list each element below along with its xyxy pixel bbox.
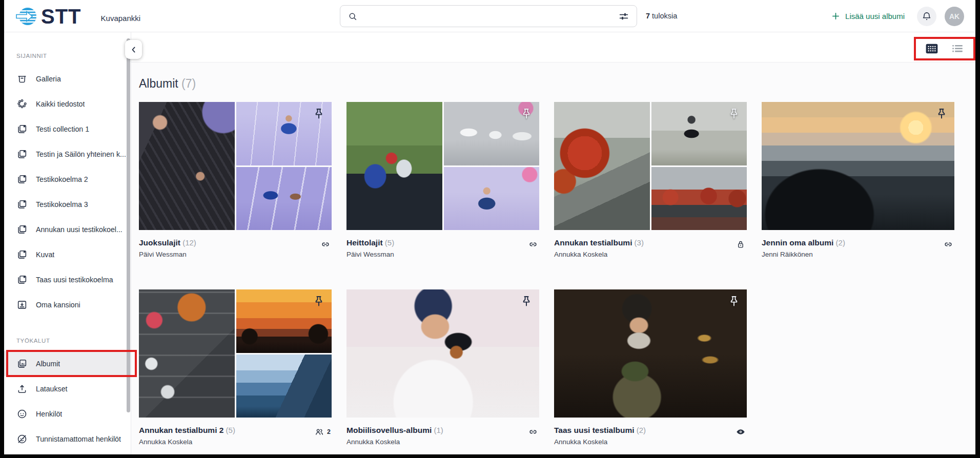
album-cover xyxy=(139,102,332,230)
album-card-annukan-testialbumi-2[interactable]: Annukan testialbumi 2 (5) Annukka Koskel… xyxy=(139,289,332,454)
sidebar-item-henkilöt[interactable]: Henkilöt xyxy=(4,401,131,426)
sidebar-item-label: Kaikki tiedostot xyxy=(36,100,85,108)
album-author: Jenni Räikkönen xyxy=(762,251,845,258)
sidebar-item-testin-ja-säilön-yhteinen-k[interactable]: Testin ja Säilön yhteinen k... xyxy=(4,141,131,166)
add-album-button[interactable]: Lisää uusi albumi xyxy=(831,11,905,21)
album-badge-count: 2 xyxy=(327,428,331,435)
album-cover xyxy=(346,289,539,418)
album-card-mobiilisovellus-albumi[interactable]: Mobiilisovellus-albumi (1) Annukka Koske… xyxy=(346,289,539,454)
album-photo-throw-seated xyxy=(444,167,540,231)
brand[interactable]: STT Kuvapankki xyxy=(15,0,140,32)
album-title: Annukan testialbumi (3) xyxy=(554,238,644,247)
search-icon xyxy=(348,11,358,22)
album-photo-red-houses xyxy=(651,167,747,231)
album-card-jennin-oma-albumi[interactable]: Jennin oma albumi (2) Jenni Räikkönen xyxy=(762,102,954,289)
album-badge xyxy=(528,426,539,437)
sidebar-item-label: Albumit xyxy=(36,360,60,368)
grid-view-button[interactable] xyxy=(924,42,940,55)
sidebar-item-label: Lataukset xyxy=(36,385,68,393)
inbox-icon xyxy=(16,299,28,310)
list-view-button[interactable] xyxy=(950,42,965,55)
sidebar-item-label: Taas uusi testikokoelma xyxy=(36,276,113,284)
sidebar-item-label: Galleria xyxy=(36,75,61,83)
notifications-button[interactable] xyxy=(917,7,936,26)
album-caption: Juoksulajit (12) Päivi Wessman xyxy=(139,230,332,289)
sidebar-collapse-button[interactable] xyxy=(125,40,142,59)
plus-icon xyxy=(831,11,841,21)
sidebar-item-oma-kansioni[interactable]: Oma kansioni xyxy=(4,292,131,317)
list-view-icon xyxy=(950,42,965,55)
album-card-annukan-testialbumi[interactable]: Annukan testialbumi (3) Annukka Koskela xyxy=(554,102,747,289)
avatar[interactable]: AK xyxy=(945,7,964,26)
face-icon xyxy=(16,408,28,420)
results-number: 7 xyxy=(646,12,650,20)
collection-icon xyxy=(16,199,28,210)
album-card-heittolajit[interactable]: Heittolajit (5) Päivi Wessman xyxy=(346,102,539,289)
album-title: Annukan testialbumi 2 (5) xyxy=(139,426,235,435)
album-caption: Heittolajit (5) Päivi Wessman xyxy=(346,230,539,289)
app-header: STT Kuvapankki 7tuloksia Lisää uusi albu… xyxy=(4,0,975,32)
cluster-icon xyxy=(16,98,28,110)
filter-sliders-icon xyxy=(618,11,629,22)
header-actions: Lisää uusi albumi AK xyxy=(831,0,964,32)
upload-icon xyxy=(16,383,28,394)
pin-icon xyxy=(727,107,741,122)
sidebar-item-albumit[interactable]: Albumit xyxy=(4,351,131,376)
sidebar-section: TYÖKALUT Albumit Lataukset Henkilöt Tunn… xyxy=(4,317,131,451)
sidebar-item-annukan-uusi-testikokoel[interactable]: Annukan uusi testikokoel... xyxy=(4,217,131,242)
sidebar-scrollbar[interactable] xyxy=(127,38,130,412)
album-badge xyxy=(736,238,747,249)
albums-page: Albumit (7) Juoksulajit (12) Päivi Wessm… xyxy=(131,63,975,454)
link-icon xyxy=(943,239,953,249)
album-badge xyxy=(528,238,539,249)
sidebar-item-galleria[interactable]: Galleria xyxy=(4,66,131,91)
sidebar-section-list: Albumit Lataukset Henkilöt Tunnistamatto… xyxy=(4,351,131,451)
album-cover xyxy=(139,289,332,418)
album-card-taas-uusi-testialbumi[interactable]: Taas uusi testialbumi (2) Annukka Koskel… xyxy=(554,289,747,454)
album-author: Annukka Koskela xyxy=(554,251,644,258)
sidebar-item-label: Testin ja Säilön yhteinen k... xyxy=(36,150,126,158)
sidebar-item-lataukset[interactable]: Lataukset xyxy=(4,376,131,401)
album-cover xyxy=(346,102,539,230)
collection-icon xyxy=(16,174,28,185)
sidebar-item-kaikki-tiedostot[interactable]: Kaikki tiedostot xyxy=(4,91,131,116)
pin-icon xyxy=(520,295,533,310)
sidebar-item-testikokoelma-2[interactable]: Testikokoelma 2 xyxy=(4,166,131,192)
search-bar[interactable] xyxy=(340,5,637,27)
collection-icon xyxy=(16,224,28,235)
album-cover xyxy=(554,102,747,230)
album-caption: Taas uusi testialbumi (2) Annukka Koskel… xyxy=(554,418,747,454)
sidebar-item-testi-collection-1[interactable]: Testi collection 1 xyxy=(4,116,131,141)
sidebar-item-label: Annukan uusi testikokoel... xyxy=(36,225,122,234)
add-album-label: Lisää uusi albumi xyxy=(845,12,905,20)
search-input[interactable] xyxy=(358,6,616,27)
page-title: Albumit (7) xyxy=(139,77,975,91)
sidebar-item-tunnistamattomat-henkilöt[interactable]: Tunnistamattomat henkilöt xyxy=(4,426,131,451)
app-window: STT Kuvapankki 7tuloksia Lisää uusi albu… xyxy=(0,0,980,458)
pin-icon xyxy=(312,295,325,310)
logo-text: STT xyxy=(41,6,81,27)
album-cover xyxy=(762,102,954,230)
album-badge xyxy=(320,238,332,249)
stt-logo-icon xyxy=(15,5,38,28)
link-icon xyxy=(528,239,538,249)
filter-button[interactable] xyxy=(616,9,631,24)
collection-icon xyxy=(16,149,28,160)
album-badge: 2 xyxy=(314,426,332,437)
sidebar-item-label: Testikokoelma 3 xyxy=(36,200,88,209)
link-icon xyxy=(528,427,538,437)
page: STT Kuvapankki 7tuloksia Lisää uusi albu… xyxy=(4,0,975,454)
collection-icon xyxy=(16,249,28,260)
link-icon xyxy=(320,239,331,249)
sidebar-item-testikokoelma-3[interactable]: Testikokoelma 3 xyxy=(4,192,131,217)
album-grid: Juoksulajit (12) Päivi Wessman Heittolaj… xyxy=(139,102,975,454)
eye-icon xyxy=(736,427,746,437)
results-count: 7tuloksia xyxy=(646,12,677,20)
results-label: tuloksia xyxy=(652,12,677,20)
page-title-count: (7) xyxy=(181,77,196,90)
sidebar-item-taas-uusi-testikokoelma[interactable]: Taas uusi testikokoelma xyxy=(4,267,131,292)
collection-icon xyxy=(16,123,28,135)
sidebar-item-kuvat[interactable]: Kuvat xyxy=(4,242,131,267)
album-card-juoksulajit[interactable]: Juoksulajit (12) Päivi Wessman xyxy=(139,102,332,289)
album-photo-sunset-sea xyxy=(762,102,954,230)
